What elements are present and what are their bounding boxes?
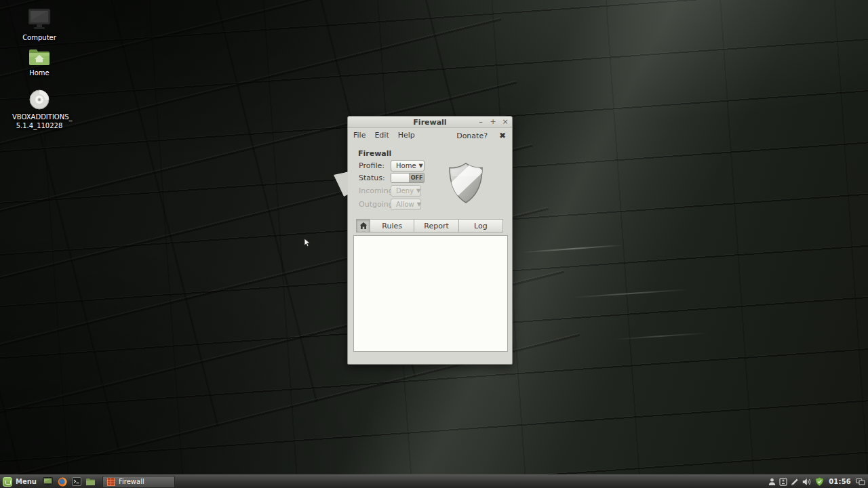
taskbar-window-button-firewall[interactable]: Firewall — [102, 476, 175, 488]
mint-logo-icon — [3, 477, 12, 487]
removable-media-icon[interactable] — [779, 478, 787, 486]
desktop-icon-label: 5.1.4_110228 — [12, 121, 66, 130]
user-applet-icon[interactable] — [768, 478, 776, 486]
rules-empty-panel — [353, 235, 508, 352]
status-off-text: OFF — [410, 174, 424, 182]
volume-icon[interactable] — [802, 478, 812, 486]
tab-report[interactable]: Report — [414, 219, 458, 232]
firewall-window: Firewall – + × File Edit Help Donate? ✖ … — [347, 116, 513, 365]
donate-link[interactable]: Donate? — [456, 131, 488, 140]
task-button-label: Firewall — [119, 478, 144, 485]
home-folder-icon — [28, 47, 51, 66]
minimize-button[interactable]: – — [477, 117, 485, 127]
cd-disc-icon — [28, 89, 50, 110]
tab-rules[interactable]: Rules — [370, 219, 414, 232]
taskbar: Menu — [0, 474, 868, 488]
show-desktop-icon[interactable] — [42, 476, 54, 488]
terminal-icon[interactable] — [71, 476, 83, 488]
maximize-button[interactable]: + — [489, 117, 497, 127]
status-label: Status: — [359, 174, 390, 182]
close-button[interactable]: × — [501, 117, 509, 127]
menu-file[interactable]: File — [353, 131, 366, 140]
menu-help[interactable]: Help — [398, 131, 415, 140]
profile-dropdown[interactable]: Home ▼ — [391, 160, 425, 171]
titlebar[interactable]: Firewall – + × — [348, 117, 512, 128]
desktop-icon-computer[interactable]: Computer — [12, 8, 66, 42]
toggle-knob — [391, 174, 410, 182]
section-title: Firewall — [358, 149, 391, 158]
profile-label: Profile: — [359, 161, 390, 170]
file-manager-icon[interactable] — [85, 476, 97, 488]
firewall-shield-icon — [448, 162, 484, 206]
tab-log[interactable]: Log — [458, 219, 503, 232]
home-icon — [359, 222, 368, 230]
update-shield-icon[interactable] — [815, 477, 824, 486]
menu-button-label: Menu — [16, 478, 37, 485]
notes-pencil-icon[interactable] — [791, 478, 799, 486]
outgoing-label: Outgoing: — [359, 200, 390, 209]
incoming-value: Deny — [396, 187, 414, 195]
deny-icon[interactable]: ✖ — [499, 131, 506, 140]
clock[interactable]: 01:56 — [827, 478, 852, 485]
outgoing-value: Allow — [396, 201, 414, 208]
chevron-down-icon: ▼ — [419, 163, 423, 169]
desktop-icon-label: Home — [12, 68, 66, 77]
tab-home[interactable] — [356, 219, 370, 232]
display-switcher-icon[interactable] — [856, 478, 865, 486]
system-tray: 01:56 — [768, 477, 868, 486]
mouse-cursor — [304, 237, 311, 250]
profile-value: Home — [396, 162, 416, 169]
desktop-icon-home[interactable]: Home — [12, 47, 66, 77]
desktop-icon-label: VBOXADDITIONS_ — [12, 113, 66, 121]
tabs-bar: Rules Report Log — [356, 219, 503, 232]
gufw-brick-icon — [107, 478, 115, 486]
menu-button[interactable]: Menu — [0, 475, 42, 488]
menu-edit[interactable]: Edit — [374, 131, 389, 140]
outgoing-dropdown[interactable]: Allow ▼ — [391, 199, 421, 210]
desktop-icon-label: Computer — [12, 33, 66, 42]
status-toggle[interactable]: OFF — [391, 173, 425, 183]
computer-icon — [26, 8, 52, 31]
firefox-icon[interactable] — [56, 476, 68, 488]
quick-launchers — [42, 476, 101, 488]
desktop-icon-vbox-cd[interactable]: VBOXADDITIONS_ 5.1.4_110228 — [12, 89, 66, 130]
chevron-down-icon: ▼ — [417, 201, 421, 207]
chevron-down-icon: ▼ — [416, 188, 420, 194]
incoming-dropdown[interactable]: Deny ▼ — [391, 185, 421, 197]
incoming-label: Incoming: — [359, 186, 390, 195]
